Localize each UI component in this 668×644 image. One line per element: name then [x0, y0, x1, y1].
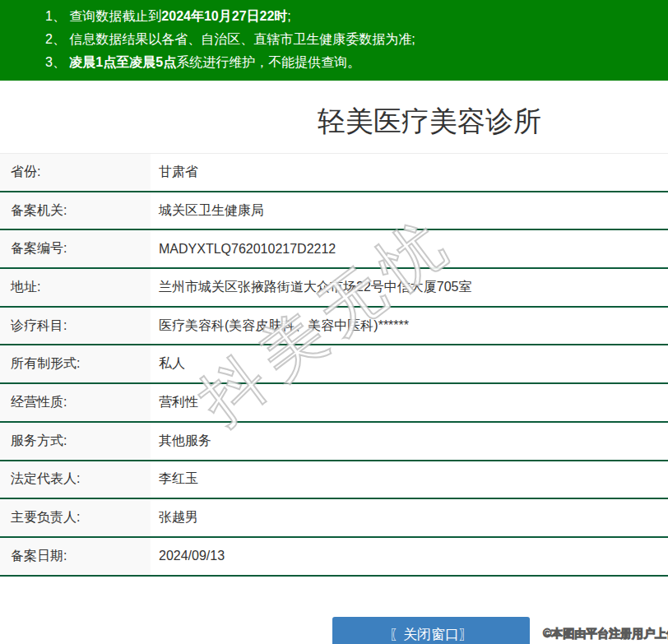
notice-line-2: 2、 信息数据结果以各省、自治区、直辖市卫生健康委数据为准; [45, 28, 660, 51]
notice-bold-text: 2024年10月27日22时 [161, 9, 287, 23]
row-value: 私人 [151, 345, 185, 382]
table-row-address: 地址: 兰州市城关区张掖路街道大众市场22号中信大厦705室 [0, 269, 668, 308]
table-row-departments: 诊疗科目: 医疗美容科(美容皮肤科、美容中医科)****** [0, 308, 668, 346]
table-row-filing-number: 备案编号: MADYXTLQ762010217D2212 [0, 230, 668, 269]
row-label: 经营性质: [0, 384, 151, 421]
table-row-filing-date: 备案日期: 2024/09/13 [0, 538, 668, 577]
table-row-service-mode: 服务方式: 其他服务 [0, 423, 668, 461]
notice-text: 1、 查询数据截止到 [45, 9, 161, 23]
row-value: 2024/09/13 [151, 538, 225, 575]
notice-line-1: 1、 查询数据截止到2024年10月27日22时; [45, 5, 660, 28]
notice-text: 3、 [45, 55, 69, 69]
table-row-business-nature: 经营性质: 营利性 [0, 384, 668, 423]
record-table: 省份: 甘肃省 备案机关: 城关区卫生健康局 备案编号: MADYXTLQ762… [0, 153, 668, 577]
row-value: 其他服务 [151, 423, 211, 460]
row-value: 医疗美容科(美容皮肤科、美容中医科)****** [151, 308, 409, 345]
row-label: 省份: [0, 154, 151, 191]
row-label: 备案机关: [0, 192, 151, 229]
notice-text: 2、 信息数据结果以各省、自治区、直辖市卫生健康委数据为准; [45, 32, 415, 46]
notice-line-3: 3、 凌晨1点至凌晨5点系统进行维护，不能提供查询。 [45, 51, 660, 74]
upload-credit: ©本图由平台注册用户上传 [543, 627, 668, 642]
table-row-legal-representative: 法定代表人: 李红玉 [0, 461, 668, 500]
row-label: 法定代表人: [0, 461, 151, 498]
row-label: 所有制形式: [0, 345, 151, 382]
table-row-principal: 主要负责人: 张越男 [0, 499, 668, 538]
notice-bold-text: 凌晨1点至凌晨5点 [69, 55, 176, 69]
row-label: 诊疗科目: [0, 308, 151, 345]
row-value: 兰州市城关区张掖路街道大众市场22号中信大厦705室 [151, 269, 472, 306]
row-value: 营利性 [151, 384, 198, 421]
row-value: 甘肃省 [151, 154, 198, 191]
row-label: 备案日期: [0, 538, 151, 575]
row-label: 地址: [0, 269, 151, 306]
close-window-button[interactable]: 〖关闭窗口〗 [332, 617, 530, 644]
notice-banner: 1、 查询数据截止到2024年10月27日22时; 2、 信息数据结果以各省、自… [0, 0, 668, 81]
table-row-ownership: 所有制形式: 私人 [0, 345, 668, 384]
table-row-filing-authority: 备案机关: 城关区卫生健康局 [0, 192, 668, 231]
table-row-province: 省份: 甘肃省 [0, 154, 668, 192]
notice-text: ; [287, 9, 290, 23]
row-value: 张越男 [151, 499, 198, 536]
row-value: 城关区卫生健康局 [151, 192, 264, 229]
row-value: MADYXTLQ762010217D2212 [151, 230, 336, 267]
row-value: 李红玉 [151, 461, 198, 498]
row-label: 备案编号: [0, 230, 151, 267]
row-label: 主要负责人: [0, 499, 151, 536]
notice-text: 系统进行维护，不能提供查询。 [176, 55, 360, 69]
page-title: 轻美医疗美容诊所 [95, 104, 668, 138]
row-label: 服务方式: [0, 423, 151, 460]
